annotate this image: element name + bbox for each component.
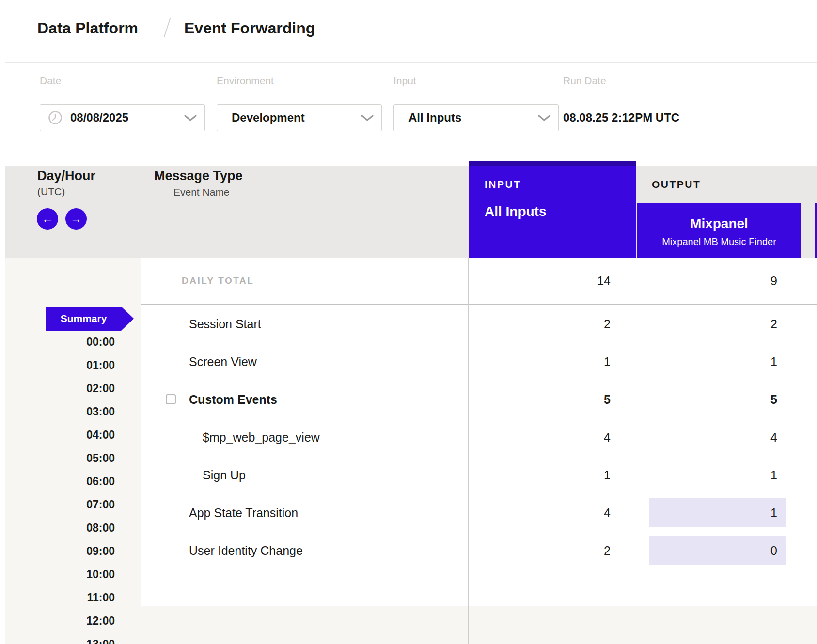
row-label: Screen View: [189, 343, 257, 381]
row-label: User Identity Change: [189, 532, 303, 569]
input-value-cell: 2: [504, 532, 611, 569]
hour-item-10[interactable]: 10:00: [0, 563, 115, 586]
hour-item-11[interactable]: 11:00: [0, 586, 115, 609]
hour-item-07[interactable]: 07:00: [0, 493, 115, 516]
input-column-name: All Inputs: [485, 203, 547, 220]
daily-total-row: DAILY TOTAL 14 9: [0, 258, 817, 304]
row-label: Session Start: [189, 305, 261, 343]
output-group-label: OUTPUT: [652, 178, 701, 191]
input-group-selected-indicator: [469, 161, 636, 166]
output-value-cell: 1: [671, 456, 777, 494]
row-label: Sign Up: [203, 456, 246, 494]
table-row: Sign Up 1 1: [0, 456, 817, 494]
hour-item-13[interactable]: 13:00: [0, 632, 115, 644]
hour-item-06[interactable]: 06:00: [0, 470, 115, 493]
hour-item-08[interactable]: 08:00: [0, 516, 115, 539]
input-value-cell: 2: [504, 305, 611, 343]
breadcrumb-separator-icon: [164, 18, 171, 38]
clock-icon: [48, 110, 63, 127]
output-value-cell: 0: [671, 532, 777, 569]
chevron-down-icon: [538, 115, 550, 123]
output-value-cell: 5: [671, 381, 777, 418]
daily-total-output-value: 9: [671, 258, 777, 304]
run-date-label: Run Date: [563, 75, 606, 87]
next-day-button[interactable]: →: [65, 208, 87, 230]
input-output-column-divider: [635, 258, 635, 644]
row-label: App State Transition: [189, 494, 298, 532]
row-label: Custom Events: [189, 381, 277, 418]
input-value-cell: 1: [504, 456, 611, 494]
daily-total-underline: [141, 304, 817, 305]
chevron-down-icon: [184, 115, 197, 123]
message-type-column-subtitle: Event Name: [173, 186, 230, 199]
input-filter-label: Input: [393, 75, 416, 87]
input-value-cell: 4: [504, 418, 611, 456]
page-title: Event Forwarding: [184, 15, 315, 42]
table-row: User Identity Change 2 0: [0, 532, 817, 569]
output-value-cell: 1: [671, 494, 777, 532]
hour-item-12[interactable]: 12:00: [0, 609, 115, 632]
message-input-column-divider: [468, 258, 469, 644]
input-filter-dropdown[interactable]: All Inputs: [393, 104, 559, 131]
input-group-label: INPUT: [485, 178, 521, 191]
output-value-cell: 4: [671, 418, 777, 456]
header-divider: [5, 62, 817, 63]
run-date-value: 08.08.25 2:12PM UTC: [563, 104, 679, 131]
hour-item-05[interactable]: 05:00: [0, 446, 115, 470]
hour-item-04[interactable]: 04:00: [0, 423, 115, 446]
table-row: Custom Events 5 5: [0, 381, 817, 418]
environment-filter-dropdown[interactable]: Development: [217, 104, 382, 131]
arrow-left-icon: ←: [42, 212, 53, 226]
day-hour-column-subtitle: (UTC): [37, 185, 65, 199]
hour-item-01[interactable]: 01:00: [0, 353, 115, 377]
day-hour-column-title: Day/Hour: [37, 168, 95, 184]
daily-total-input-value: 14: [504, 258, 611, 304]
date-filter-dropdown[interactable]: 08/08/2025: [40, 104, 205, 131]
hour-item-00[interactable]: 00:00: [0, 330, 115, 353]
previous-day-button[interactable]: ←: [37, 208, 58, 230]
input-filter-value: All Inputs: [408, 105, 461, 131]
summary-flag[interactable]: Summary: [46, 307, 121, 331]
environment-filter-value: Development: [232, 105, 305, 131]
environment-filter-label: Environment: [217, 75, 274, 87]
input-value-cell: 5: [504, 381, 611, 418]
table-row: App State Transition 4 1: [0, 494, 817, 532]
message-type-column-title: Message Type: [154, 168, 243, 184]
output-column-name: Mixpanel: [637, 216, 801, 231]
date-filter-label: Date: [40, 75, 61, 87]
output-value-cell: 2: [671, 305, 777, 343]
output-column-header-mixpanel[interactable]: Mixpanel Mixpanel MB Music Finder: [637, 203, 801, 258]
hour-item-03[interactable]: 03:00: [0, 400, 115, 423]
minus-square-icon[interactable]: [166, 394, 176, 404]
next-output-column-edge: [815, 203, 817, 258]
output-column-subtitle: Mixpanel MB Music Finder: [637, 236, 801, 247]
hour-item-09[interactable]: 09:00: [0, 539, 115, 563]
breadcrumb-parent[interactable]: Data Platform: [37, 15, 138, 42]
table-row: $mp_web_page_view 4 4: [0, 418, 817, 456]
input-value-cell: 1: [504, 343, 611, 381]
output-value-cell: 1: [671, 343, 777, 381]
arrow-right-icon: →: [70, 212, 82, 226]
grid-footer-band: [141, 606, 817, 644]
chevron-down-icon: [361, 115, 374, 123]
date-filter-value: 08/08/2025: [70, 105, 128, 131]
row-label: $mp_web_page_view: [203, 418, 320, 456]
output-next-column-divider: [802, 258, 802, 644]
hour-item-02[interactable]: 02:00: [0, 377, 115, 400]
sidebar-column-divider: [141, 166, 141, 644]
table-row: Screen View 1 1: [0, 343, 817, 381]
input-value-cell: 4: [504, 494, 611, 532]
daily-total-label: DAILY TOTAL: [182, 258, 254, 304]
